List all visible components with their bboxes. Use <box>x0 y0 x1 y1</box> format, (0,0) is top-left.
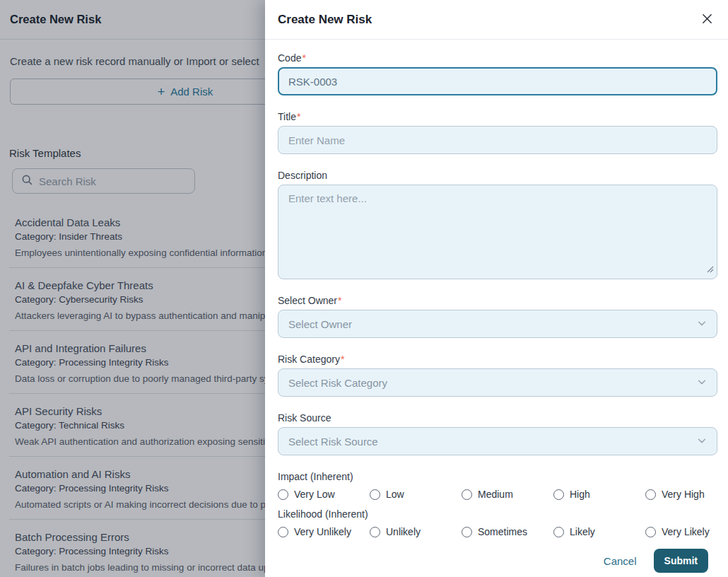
radio-option-label: Very High <box>662 489 705 500</box>
radio-icon[interactable] <box>462 489 472 500</box>
radio-icon[interactable] <box>553 489 564 500</box>
cancel-button[interactable]: Cancel <box>604 555 637 567</box>
radio-option-label: Low <box>386 489 404 500</box>
impact-radio-group: Impact (Inherent) Very Low Low Medium Hi… <box>278 471 717 500</box>
radio-option-label: Very Low <box>294 489 335 500</box>
description-label: Description <box>278 170 717 181</box>
code-field-group: Code* <box>278 52 717 95</box>
category-label: Risk Category* <box>278 354 717 365</box>
radio-option[interactable]: Very Low <box>278 489 370 500</box>
radio-option-label: Unlikely <box>386 526 421 537</box>
likelihood-options-row: Very Unlikely Unlikely Sometimes Likely … <box>278 526 717 537</box>
app-root: Create New Risk Create a new risk record… <box>0 0 728 577</box>
impact-options-row: Very Low Low Medium High Very High <box>278 489 717 500</box>
title-field-group: Title* <box>278 111 717 154</box>
radio-option[interactable]: Likely <box>553 526 645 537</box>
radio-option-label: Likely <box>570 526 595 537</box>
submit-button[interactable]: Submit <box>654 549 708 573</box>
source-select-value: Select Risk Source <box>288 436 378 448</box>
radio-option[interactable]: Unlikely <box>370 526 462 537</box>
radio-icon[interactable] <box>370 527 380 537</box>
description-textarea[interactable] <box>278 185 717 279</box>
drawer-footer: Cancel Submit <box>278 546 717 573</box>
radio-option-label: High <box>570 489 590 500</box>
source-label: Risk Source <box>278 412 717 424</box>
radio-icon[interactable] <box>645 527 656 537</box>
drawer-body: Code* Title* Description Select Owner* <box>265 40 728 577</box>
drawer-title: Create New Risk <box>278 13 372 27</box>
resize-handle-icon[interactable] <box>707 263 714 276</box>
source-select[interactable]: Select Risk Source <box>278 427 717 455</box>
radio-option[interactable]: Medium <box>462 489 553 500</box>
likelihood-label: Likelihood (Inherent) <box>278 508 717 520</box>
drawer-header: Create New Risk <box>265 0 728 40</box>
radio-icon[interactable] <box>278 527 288 537</box>
owner-field-group: Select Owner* Select Owner <box>278 295 717 338</box>
radio-option-label: Very Likely <box>662 526 710 537</box>
radio-icon[interactable] <box>370 489 380 500</box>
impact-label: Impact (Inherent) <box>278 471 717 482</box>
owner-select-value: Select Owner <box>288 318 352 330</box>
category-select[interactable]: Select Risk Category <box>278 368 717 397</box>
radio-icon[interactable] <box>645 489 656 500</box>
title-label: Title* <box>278 111 717 122</box>
required-asterisk: * <box>297 111 300 122</box>
source-field-group: Risk Source Select Risk Source <box>278 412 717 455</box>
chevron-down-icon <box>697 377 707 389</box>
radio-icon[interactable] <box>462 527 472 537</box>
close-icon <box>701 13 713 27</box>
radio-option-label: Sometimes <box>478 526 527 537</box>
required-asterisk: * <box>302 52 305 64</box>
radio-option[interactable]: Very High <box>645 489 717 500</box>
radio-option-label: Very Unlikely <box>294 526 351 537</box>
required-asterisk: * <box>341 354 344 365</box>
close-button[interactable] <box>697 10 717 30</box>
radio-option[interactable]: Low <box>370 489 462 500</box>
code-label: Code* <box>278 52 717 64</box>
radio-option[interactable]: Sometimes <box>462 526 553 537</box>
category-field-group: Risk Category* Select Risk Category <box>278 354 717 397</box>
radio-option[interactable]: Very Likely <box>645 526 717 537</box>
owner-select[interactable]: Select Owner <box>278 310 717 338</box>
radio-option[interactable]: High <box>553 489 645 500</box>
radio-option[interactable]: Very Unlikely <box>278 526 370 537</box>
create-risk-drawer: Create New Risk Code* Title* Description <box>265 0 728 577</box>
likelihood-radio-group: Likelihood (Inherent) Very Unlikely Unli… <box>278 508 717 537</box>
category-select-value: Select Risk Category <box>288 377 387 389</box>
title-input[interactable] <box>278 126 717 154</box>
radio-option-label: Medium <box>478 489 513 500</box>
chevron-down-icon <box>697 436 707 448</box>
description-field-group: Description <box>278 170 717 279</box>
required-asterisk: * <box>338 295 341 306</box>
chevron-down-icon <box>697 318 707 330</box>
radio-icon[interactable] <box>553 527 564 537</box>
code-input[interactable] <box>278 67 717 95</box>
radio-icon[interactable] <box>278 489 288 500</box>
owner-label: Select Owner* <box>278 295 717 306</box>
